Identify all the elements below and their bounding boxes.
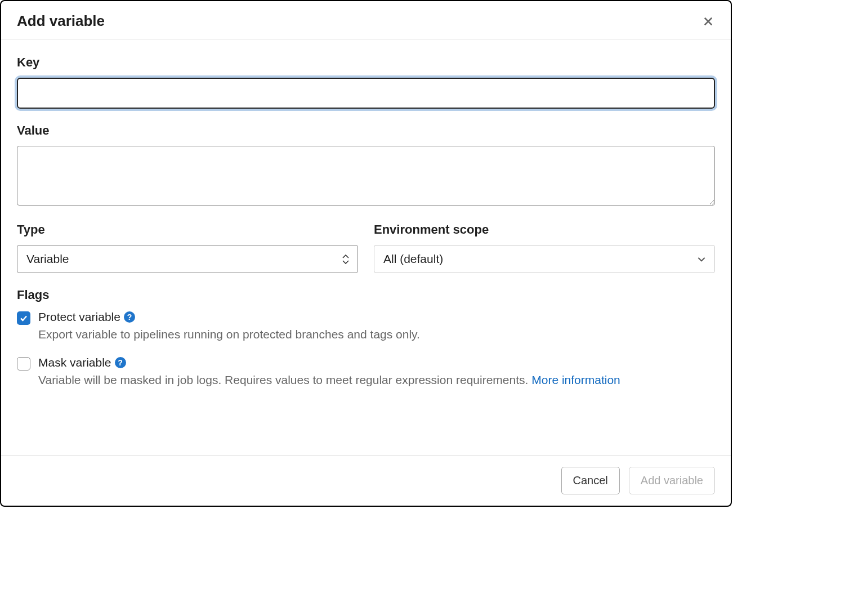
env-scope-select[interactable]: All (default) <box>374 245 715 273</box>
mask-content: Mask variable ? Variable will be masked … <box>38 356 715 388</box>
chevron-down-icon <box>696 254 707 264</box>
mask-variable-flag: Mask variable ? Variable will be masked … <box>17 356 715 388</box>
help-icon[interactable]: ? <box>115 357 126 368</box>
type-selected-value: Variable <box>26 252 69 266</box>
modal-body: Key Value Type Variable Environment scop… <box>1 39 731 455</box>
add-variable-button[interactable]: Add variable <box>629 467 715 494</box>
more-information-link[interactable]: More information <box>531 373 620 386</box>
protect-title-row: Protect variable ? <box>38 310 715 324</box>
env-scope-field: Environment scope All (default) <box>374 222 715 273</box>
key-input[interactable] <box>17 78 715 109</box>
value-label: Value <box>17 123 715 138</box>
close-icon <box>703 16 714 27</box>
type-field: Type Variable <box>17 222 358 273</box>
env-scope-label: Environment scope <box>374 222 715 237</box>
mask-checkbox[interactable] <box>17 357 30 371</box>
cancel-button[interactable]: Cancel <box>561 467 620 494</box>
close-button[interactable] <box>701 15 715 28</box>
flags-label: Flags <box>17 288 715 302</box>
type-scope-row: Type Variable Environment scope All (def… <box>17 222 715 273</box>
protect-desc: Export variable to pipelines running on … <box>38 326 715 342</box>
modal-footer: Cancel Add variable <box>1 455 731 506</box>
flags-section: Flags Protect variable ? Export variable… <box>17 288 715 389</box>
env-scope-selected-value: All (default) <box>383 252 443 266</box>
modal-header: Add variable <box>1 1 731 39</box>
type-label: Type <box>17 222 358 237</box>
updown-icon <box>342 255 350 264</box>
protect-content: Protect variable ? Export variable to pi… <box>38 310 715 342</box>
modal-title: Add variable <box>17 12 105 30</box>
key-label: Key <box>17 55 715 70</box>
help-icon[interactable]: ? <box>124 311 135 323</box>
mask-title: Mask variable <box>38 356 111 369</box>
checkmark-icon <box>19 314 28 323</box>
value-field: Value <box>17 123 715 208</box>
protect-title: Protect variable <box>38 310 120 324</box>
protect-checkbox[interactable] <box>17 311 30 325</box>
mask-desc: Variable will be masked in job logs. Req… <box>38 372 715 388</box>
protect-variable-flag: Protect variable ? Export variable to pi… <box>17 310 715 342</box>
mask-desc-text: Variable will be masked in job logs. Req… <box>38 373 531 386</box>
value-textarea[interactable] <box>17 146 715 206</box>
type-select[interactable]: Variable <box>17 245 358 273</box>
mask-title-row: Mask variable ? <box>38 356 715 369</box>
key-field: Key <box>17 55 715 109</box>
